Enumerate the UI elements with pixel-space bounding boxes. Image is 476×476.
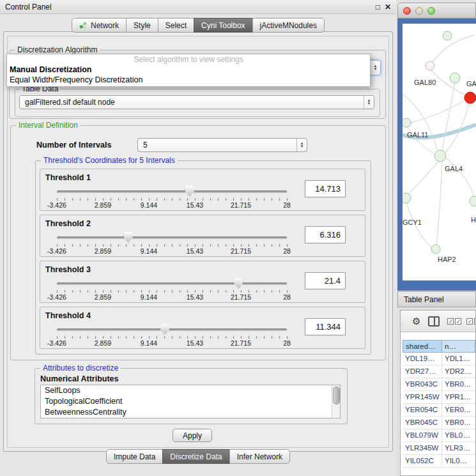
- thresholds-group-title: Threshold's Coordinates for 5 Intervals: [41, 156, 178, 165]
- numerical-attributes-list[interactable]: SelfLoops TopologicalCoefficient Between…: [40, 385, 341, 418]
- tab-select[interactable]: Select: [158, 18, 194, 33]
- threshold-3-slider[interactable]: [57, 277, 287, 289]
- table-cell[interactable]: YBR045C: [403, 417, 442, 429]
- table-panel-toolbar: ⚙ ✓ ✓ ✓ ✓: [401, 311, 475, 332]
- threshold-1-value-field[interactable]: 14.713: [305, 180, 346, 197]
- table-cell[interactable]: YBR0…: [442, 378, 475, 391]
- table-row[interactable]: YER054C YER0…: [403, 404, 475, 417]
- slider-ticks: [57, 198, 288, 201]
- combo-stepper-icon: ▲ ▼: [296, 139, 307, 151]
- close-icon[interactable]: ✕: [385, 3, 391, 12]
- table-cell[interactable]: YDR2…: [442, 365, 475, 378]
- slider-thumb[interactable]: [124, 232, 133, 243]
- network-node[interactable]: [431, 245, 440, 254]
- table-cell[interactable]: YER054C: [403, 404, 442, 417]
- interval-definition-title: Interval Definition: [16, 121, 81, 130]
- scale-label: 2.859: [95, 293, 111, 301]
- table-row[interactable]: YDR27… YDR2…: [403, 365, 475, 378]
- list-item-topologicalcoefficient[interactable]: TopologicalCoefficient: [41, 396, 340, 407]
- slider-thumb[interactable]: [185, 186, 194, 197]
- list-item-betweennesscentrality[interactable]: BetweennessCentrality: [41, 407, 340, 418]
- scrollbar-thumb[interactable]: [333, 387, 340, 404]
- threshold-1-slider[interactable]: [57, 185, 287, 197]
- number-of-intervals-select[interactable]: 5 ▲ ▼: [137, 138, 307, 152]
- table-data-group: Table Data galFiltered.sif default node …: [15, 89, 380, 117]
- float-window-icon[interactable]: □: [376, 3, 380, 12]
- stepper-down-icon: ▼: [367, 102, 371, 105]
- table-row[interactable]: YDL19… YDL1…: [403, 353, 475, 365]
- column-header-shared-name[interactable]: shared…: [403, 340, 442, 353]
- threshold-4-slider[interactable]: [57, 323, 287, 335]
- tab-jactivemnodules[interactable]: jActiveMNodules: [252, 18, 325, 33]
- network-node[interactable]: [426, 61, 434, 70]
- threshold-3-value-field[interactable]: 21.4: [305, 272, 346, 289]
- table-cell[interactable]: YDL19…: [403, 353, 442, 365]
- slider-thumb[interactable]: [234, 278, 243, 289]
- slider-track[interactable]: [57, 190, 287, 193]
- network-node[interactable]: [434, 150, 446, 162]
- table-cell[interactable]: YLR3…: [442, 442, 475, 455]
- node-label-gal4: GAL4: [445, 165, 463, 173]
- columns-icon[interactable]: [428, 316, 440, 326]
- tab-infer-network[interactable]: Infer Network: [229, 449, 290, 464]
- tab-discretize-data[interactable]: Discretize Data: [162, 449, 229, 464]
- tab-style[interactable]: Style: [126, 18, 158, 33]
- algorithm-option-equal-width-frequency[interactable]: Equal Width/Frequency Discretization: [7, 75, 370, 85]
- slider-track[interactable]: [57, 282, 287, 285]
- network-node[interactable]: [403, 193, 411, 203]
- scale-label: 15.43: [187, 339, 203, 347]
- table-cell[interactable]: YIL052C: [403, 455, 442, 468]
- algorithm-option-manual-discretization[interactable]: Manual Discretization: [7, 65, 370, 75]
- table-cell[interactable]: YIL0…: [442, 455, 475, 468]
- node-label-gal80: GAL80: [414, 79, 436, 86]
- selected-network-node[interactable]: [464, 92, 476, 104]
- network-view-frame: GAL80 GA GAL11 GAL4 GCY1 HAP2 H: [397, 19, 476, 291]
- table-data-select[interactable]: galFiltered.sif default node ▲ ▼: [19, 95, 374, 109]
- gear-icon[interactable]: ⚙: [412, 316, 420, 327]
- network-canvas[interactable]: GAL80 GA GAL11 GAL4 GCY1 HAP2 H: [403, 24, 476, 280]
- threshold-2-slider[interactable]: [57, 231, 287, 243]
- close-window-button[interactable]: [403, 7, 411, 15]
- thresholds-group: Threshold's Coordinates for 5 Intervals …: [35, 160, 371, 355]
- slider-scale-labels: -3.426 2.859 9.144 15.43 21.715 28: [40, 293, 365, 301]
- zoom-window-button[interactable]: [427, 7, 435, 15]
- table-row[interactable]: YBL079W YBL0…: [403, 429, 475, 442]
- table-row[interactable]: YIL052C YIL0…: [403, 455, 475, 468]
- slider-track[interactable]: [57, 328, 287, 331]
- table-cell[interactable]: YBR0…: [442, 417, 475, 429]
- table-cell[interactable]: YBL079W: [403, 429, 442, 442]
- table-cell[interactable]: YDR27…: [403, 365, 442, 378]
- table-cell[interactable]: YBR043C: [403, 378, 442, 391]
- table-row[interactable]: YLR345W YLR3…: [403, 442, 475, 455]
- slider-track[interactable]: [57, 236, 287, 239]
- table-row[interactable]: YBR043C YBR0…: [403, 378, 475, 391]
- select-all-icon[interactable]: ✓ ✓: [447, 318, 461, 325]
- network-node[interactable]: [403, 118, 411, 127]
- minimize-window-button[interactable]: [415, 7, 423, 15]
- table-row[interactable]: YBR045C YBR0…: [403, 417, 475, 429]
- list-item-selfloops[interactable]: SelfLoops: [41, 385, 340, 396]
- table-row[interactable]: YPR145W YPR1…: [403, 391, 475, 404]
- list-scrollbar[interactable]: [332, 385, 340, 418]
- threshold-2-panel: Threshold 2 -3.426 2.859 9.144 15.43 21.…: [40, 215, 365, 257]
- table-cell[interactable]: YPR145W: [403, 391, 442, 404]
- threshold-2-value-field[interactable]: 6.316: [305, 226, 346, 243]
- tab-impute-data[interactable]: Impute Data: [106, 449, 163, 464]
- stepper-down-icon: ▼: [374, 68, 378, 71]
- tab-cyni-toolbox[interactable]: Cyni Toolbox: [194, 18, 252, 33]
- network-window-titlebar[interactable]: [397, 3, 476, 19]
- threshold-4-value-field[interactable]: 11.344: [305, 318, 346, 335]
- network-node[interactable]: [470, 196, 476, 206]
- table-cell[interactable]: YLR345W: [403, 442, 442, 455]
- slider-thumb[interactable]: [160, 324, 169, 335]
- table-cell[interactable]: YER0…: [442, 404, 475, 417]
- table-cell[interactable]: YBL0…: [442, 429, 475, 442]
- network-node[interactable]: [443, 31, 452, 40]
- tab-network[interactable]: Network: [72, 18, 127, 33]
- table-cell[interactable]: YDL1…: [442, 353, 475, 365]
- network-node[interactable]: [450, 73, 460, 83]
- column-header-name[interactable]: n…: [442, 340, 475, 353]
- apply-button[interactable]: Apply: [173, 429, 212, 442]
- table-cell[interactable]: YPR1…: [442, 391, 475, 404]
- select-none-icon[interactable]: ✓ ✓: [466, 318, 476, 325]
